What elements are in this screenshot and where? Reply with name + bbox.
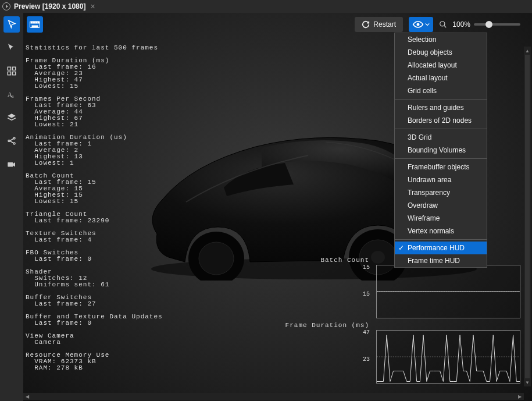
window-title: Preview [1920 x 1080] bbox=[14, 2, 85, 10]
svg-rect-16 bbox=[32, 26, 38, 27]
svg-point-6 bbox=[8, 140, 10, 142]
svg-rect-3 bbox=[13, 72, 16, 75]
dropdown-item[interactable]: Actual layout bbox=[395, 72, 487, 84]
keyboard-input-button[interactable] bbox=[27, 16, 43, 33]
dropdown-item[interactable]: Transparency bbox=[395, 186, 487, 199]
dropdown-item[interactable]: Performance HUD bbox=[395, 242, 487, 254]
zoom-icon[interactable] bbox=[439, 20, 447, 29]
restart-button[interactable]: Restart bbox=[355, 17, 403, 32]
dropdown-item[interactable]: Wireframe bbox=[395, 212, 487, 225]
zoom-slider-thumb[interactable] bbox=[485, 21, 492, 28]
dropdown-item[interactable]: Bounding Volumes bbox=[395, 144, 487, 157]
performance-stats-overlay: Statistics for last 500 frames Frame Dur… bbox=[26, 45, 163, 371]
scroll-left-icon[interactable]: ◀ bbox=[23, 393, 31, 400]
scroll-right-icon[interactable]: ▶ bbox=[516, 393, 524, 400]
svg-rect-13 bbox=[34, 22, 35, 23]
svg-rect-14 bbox=[36, 22, 37, 23]
close-tab-icon[interactable]: × bbox=[90, 2, 95, 11]
grid-tool-button[interactable] bbox=[3, 63, 20, 79]
visibility-dropdown-button[interactable] bbox=[409, 17, 433, 32]
layers-tool-button[interactable] bbox=[3, 109, 20, 126]
preview-play-icon bbox=[2, 2, 10, 10]
zoom-slider[interactable] bbox=[474, 23, 520, 26]
svg-point-18 bbox=[440, 22, 445, 26]
svg-point-8 bbox=[13, 143, 15, 144]
dropdown-item[interactable]: Debug objects bbox=[395, 46, 487, 59]
dropdown-item[interactable]: Allocated layout bbox=[395, 59, 487, 72]
dropdown-item[interactable]: Vertex normals bbox=[395, 225, 487, 237]
hud-panels: Batch Count 15 15 Frame Duration (ms) 47… bbox=[285, 253, 520, 384]
dropdown-item[interactable]: 3D Grid bbox=[395, 131, 487, 144]
svg-rect-15 bbox=[38, 22, 39, 23]
dropdown-item[interactable]: Frame time HUD bbox=[395, 254, 487, 267]
pointer-tool-button[interactable] bbox=[3, 16, 20, 33]
dropdown-item[interactable]: Grid cells bbox=[395, 84, 487, 97]
svg-rect-1 bbox=[13, 67, 16, 70]
svg-rect-9 bbox=[8, 162, 13, 167]
select-tool-button[interactable] bbox=[3, 40, 20, 56]
dropdown-item[interactable]: Rulers and guides bbox=[395, 101, 487, 114]
title-bar: Preview [1920 x 1080] × bbox=[0, 0, 532, 13]
dropdown-item[interactable]: Selection bbox=[395, 33, 487, 46]
svg-rect-11 bbox=[31, 22, 32, 23]
node-tool-button[interactable] bbox=[3, 133, 20, 149]
svg-rect-2 bbox=[8, 72, 10, 75]
svg-rect-12 bbox=[33, 22, 34, 23]
dropdown-item[interactable]: Undrawn area bbox=[395, 173, 487, 186]
zoom-percentage: 100% bbox=[451, 20, 470, 29]
dropdown-item[interactable]: Borders of 2D nodes bbox=[395, 114, 487, 127]
hud-batch-graph: 15 15 bbox=[376, 265, 520, 318]
hud-frame-label: Frame Duration (ms) bbox=[285, 322, 520, 329]
svg-point-24 bbox=[199, 242, 234, 275]
svg-rect-0 bbox=[8, 67, 10, 70]
svg-point-17 bbox=[417, 23, 419, 25]
horizontal-scrollbar[interactable]: ◀ ▶ bbox=[23, 393, 524, 400]
camera-tool-button[interactable] bbox=[3, 156, 20, 172]
dropdown-item[interactable]: Framebuffer objects bbox=[395, 161, 487, 173]
left-toolbar: Aa bbox=[0, 13, 23, 401]
scroll-down-icon[interactable]: ▼ bbox=[524, 378, 531, 386]
scroll-up-icon[interactable]: ▲ bbox=[524, 47, 531, 55]
restart-label: Restart bbox=[373, 20, 396, 29]
visibility-dropdown-menu: SelectionDebug objectsAllocated layoutAc… bbox=[394, 33, 487, 268]
svg-text:a: a bbox=[12, 94, 14, 99]
dropdown-item[interactable]: Overdraw bbox=[395, 199, 487, 212]
svg-point-7 bbox=[13, 137, 15, 139]
text-tool-button[interactable]: Aa bbox=[3, 86, 20, 102]
viewport-toolbar: Restart 100% bbox=[27, 16, 520, 33]
hud-frame-graph: 47 23 bbox=[376, 330, 520, 384]
vertical-scrollbar[interactable]: ▲ ▼ bbox=[524, 47, 531, 386]
